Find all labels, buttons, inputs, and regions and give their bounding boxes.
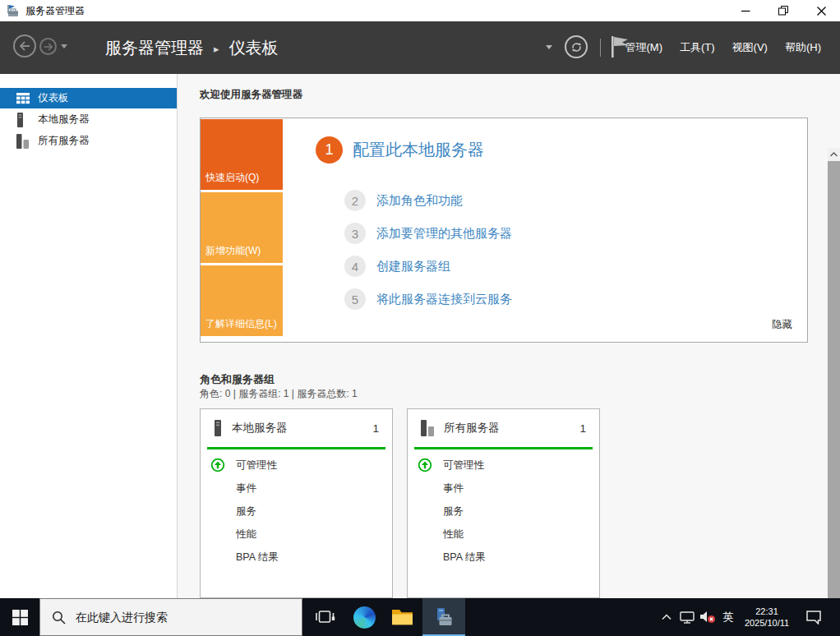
card-row-manageability[interactable]: 可管理性 bbox=[201, 454, 392, 477]
main-content: 欢迎使用服务器管理器 快速启动(Q) 新增功能(W) 了解详细信息(L) 1 配… bbox=[178, 74, 840, 598]
clock-date: 2025/10/11 bbox=[745, 617, 789, 629]
clock-time: 22:31 bbox=[745, 606, 789, 617]
tile-label: 快速启动(Q) bbox=[205, 171, 259, 185]
tile-label: 了解详细信息(L) bbox=[205, 317, 277, 331]
close-button[interactable] bbox=[802, 0, 840, 21]
navbar: 服务器管理器 ▸ 仪表板 管理(M) 工具(T) 视图(V) 帮助(H) bbox=[0, 21, 840, 74]
tile-whats-new[interactable]: 新增功能(W) bbox=[201, 192, 283, 263]
sidebar-item-dashboard[interactable]: 仪表板 bbox=[0, 88, 177, 108]
card-row-performance[interactable]: 性能 bbox=[201, 523, 392, 546]
search-dropdown-caret-icon[interactable] bbox=[546, 45, 552, 49]
card-row-label: 服务 bbox=[443, 505, 464, 518]
step-add-roles-features[interactable]: 2 添加角色和功能 bbox=[344, 190, 463, 211]
step-link[interactable]: 添加角色和功能 bbox=[376, 193, 463, 209]
card-row-label: 性能 bbox=[236, 528, 256, 542]
server-manager-taskbar-button[interactable] bbox=[422, 598, 465, 636]
card-header: 本地服务器 1 bbox=[201, 409, 392, 447]
chevron-up-icon bbox=[662, 614, 672, 620]
server-count: 1 bbox=[372, 422, 379, 435]
edge-browser-button[interactable] bbox=[345, 598, 383, 636]
tile-label: 新增功能(W) bbox=[205, 244, 261, 258]
start-button[interactable] bbox=[0, 598, 39, 636]
step-number-badge: 3 bbox=[344, 223, 366, 244]
vertical-scrollbar[interactable] bbox=[828, 148, 840, 636]
history-caret-icon[interactable] bbox=[61, 44, 67, 48]
roles-section-title: 角色和服务器组 bbox=[200, 372, 275, 387]
menu-view[interactable]: 视图(V) bbox=[732, 40, 768, 55]
manageability-up-icon bbox=[210, 458, 225, 472]
manageability-up-icon bbox=[418, 458, 432, 472]
refresh-icon bbox=[570, 40, 584, 54]
card-title-link[interactable]: 所有服务器 bbox=[444, 421, 500, 436]
card-row-label: 事件 bbox=[236, 482, 256, 495]
forward-button[interactable] bbox=[39, 38, 57, 55]
menu-manage[interactable]: 管理(M) bbox=[625, 40, 663, 55]
step-link[interactable]: 将此服务器连接到云服务 bbox=[376, 292, 512, 307]
tile-quick-start[interactable]: 快速启动(Q) bbox=[201, 119, 283, 190]
file-explorer-button[interactable] bbox=[383, 598, 421, 636]
step-connect-cloud[interactable]: 5 将此服务器连接到云服务 bbox=[344, 288, 512, 310]
restore-button[interactable] bbox=[764, 0, 802, 21]
all-servers-icon bbox=[421, 420, 434, 436]
local-server-icon bbox=[16, 113, 30, 127]
card-row-services[interactable]: 服务 bbox=[408, 500, 599, 523]
file-explorer-icon bbox=[391, 608, 413, 626]
window-title: 服务器管理器 bbox=[25, 4, 85, 18]
card-row-manageability[interactable]: 可管理性 bbox=[408, 454, 599, 477]
step-add-other-servers[interactable]: 3 添加要管理的其他服务器 bbox=[344, 223, 512, 244]
sidebar-item-all-servers[interactable]: 所有服务器 bbox=[0, 131, 177, 151]
task-view-icon bbox=[315, 608, 335, 626]
card-title-link[interactable]: 本地服务器 bbox=[232, 421, 288, 436]
card-row-bpa-results[interactable]: BPA 结果 bbox=[201, 546, 392, 569]
card-row-bpa-results[interactable]: BPA 结果 bbox=[408, 546, 599, 569]
card-row-label: 事件 bbox=[443, 482, 464, 495]
tray-show-hidden-icons-button[interactable] bbox=[658, 598, 676, 636]
action-center-button[interactable] bbox=[799, 598, 828, 636]
welcome-panel: 快速启动(Q) 新增功能(W) 了解详细信息(L) 1 配置此本地服务器 2 添… bbox=[200, 118, 808, 343]
card-row-label: 可管理性 bbox=[236, 459, 277, 472]
minimize-button[interactable] bbox=[727, 0, 764, 21]
search-icon bbox=[52, 611, 66, 624]
windows-logo-icon bbox=[12, 610, 28, 625]
step-link[interactable]: 创建服务器组 bbox=[376, 259, 450, 274]
welcome-heading: 欢迎使用服务器管理器 bbox=[200, 88, 302, 102]
tray-clock[interactable]: 22:31 2025/10/11 bbox=[738, 598, 796, 636]
step-number-badge: 1 bbox=[316, 136, 343, 164]
back-button[interactable] bbox=[13, 35, 36, 58]
step-create-server-group[interactable]: 4 创建服务器组 bbox=[344, 256, 450, 277]
sidebar-item-local-server[interactable]: 本地服务器 bbox=[0, 109, 177, 130]
menu-help[interactable]: 帮助(H) bbox=[785, 40, 821, 55]
card-row-performance[interactable]: 性能 bbox=[408, 523, 599, 546]
breadcrumb-root[interactable]: 服务器管理器 bbox=[105, 37, 204, 59]
tray-ime-indicator[interactable]: 英 bbox=[718, 598, 738, 636]
task-view-button[interactable] bbox=[306, 598, 344, 636]
card-row-label: 服务 bbox=[236, 505, 256, 518]
breadcrumb-separator-icon: ▸ bbox=[214, 43, 219, 55]
step-number-badge: 2 bbox=[344, 190, 366, 211]
server-manager-app-icon bbox=[7, 4, 20, 17]
speaker-muted-icon bbox=[699, 611, 716, 624]
refresh-button[interactable] bbox=[565, 35, 588, 58]
card-row-label: 可管理性 bbox=[443, 459, 484, 472]
card-row-services[interactable]: 服务 bbox=[201, 500, 392, 523]
card-row-events[interactable]: 事件 bbox=[408, 477, 599, 500]
tile-learn-more[interactable]: 了解详细信息(L) bbox=[201, 265, 283, 336]
network-icon bbox=[680, 611, 695, 624]
breadcrumb-current: 仪表板 bbox=[229, 37, 279, 59]
card-row-events[interactable]: 事件 bbox=[201, 477, 392, 500]
scrollbar-thumb[interactable] bbox=[828, 161, 840, 636]
step-configure-local-server[interactable]: 1 配置此本地服务器 bbox=[316, 136, 484, 164]
hide-welcome-link[interactable]: 隐藏 bbox=[772, 318, 792, 332]
tray-network-button[interactable] bbox=[677, 598, 697, 636]
taskbar-search-box[interactable] bbox=[39, 598, 302, 636]
taskbar-search-input[interactable] bbox=[76, 611, 273, 624]
step-link[interactable]: 配置此本地服务器 bbox=[353, 139, 484, 161]
menubar: 管理(M) 工具(T) 视图(V) 帮助(H) bbox=[625, 21, 822, 74]
card-row-label: BPA 结果 bbox=[443, 551, 486, 565]
scrollbar-up-arrow-icon[interactable] bbox=[828, 148, 840, 161]
tray-volume-button[interactable] bbox=[697, 598, 718, 636]
back-arrow-icon bbox=[19, 41, 30, 51]
step-link[interactable]: 添加要管理的其他服务器 bbox=[376, 226, 512, 242]
menu-tools[interactable]: 工具(T) bbox=[680, 40, 715, 55]
taskbar: 英 22:31 2025/10/11 bbox=[0, 598, 840, 636]
